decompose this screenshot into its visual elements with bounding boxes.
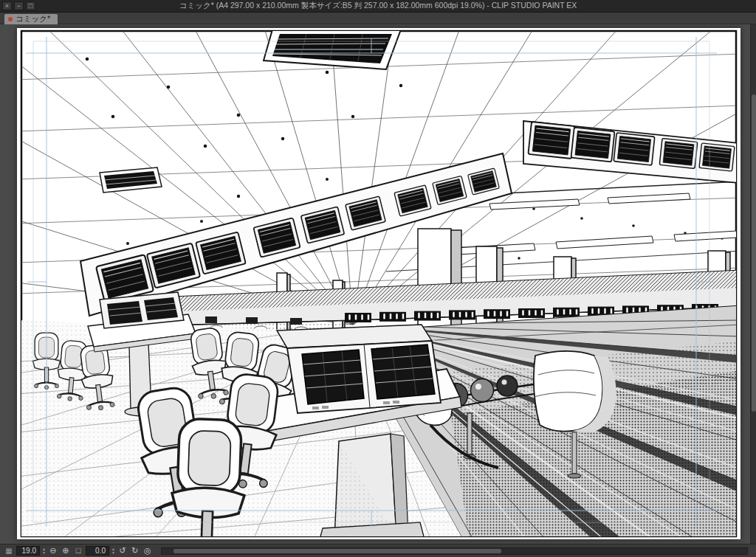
- fit-to-window-button[interactable]: □: [73, 546, 83, 556]
- document-tabbar: コミック*: [0, 13, 756, 24]
- zoom-stepper[interactable]: ▲ ▼: [42, 547, 46, 554]
- zoom-out-button[interactable]: ⊖: [48, 546, 58, 556]
- close-window-button[interactable]: ×: [2, 1, 12, 10]
- window-titlebar: × − □ コミック* (A4 297.00 x 210.00mm 製本サイズ:…: [0, 0, 756, 13]
- canvas-page[interactable]: [17, 28, 740, 539]
- tab-label: コミック*: [16, 14, 50, 24]
- rotate-ccw-button[interactable]: ↺: [117, 546, 128, 556]
- canvas-area[interactable]: [0, 24, 750, 544]
- rotation-stepper[interactable]: ▲ ▼: [111, 547, 115, 554]
- rotation-stepper-down-icon[interactable]: ▼: [111, 551, 115, 554]
- artwork-bowling-alley: [17, 28, 740, 539]
- rotate-cw-button[interactable]: ↻: [130, 546, 140, 556]
- zoom-value-field[interactable]: 19.0: [16, 546, 40, 556]
- zoom-stepper-down-icon[interactable]: ▼: [42, 551, 46, 554]
- minimize-window-button[interactable]: −: [14, 1, 24, 10]
- status-bar: ▦ 19.0 ▲ ▼ ⊖ ⊕ □ 0.0 ▲ ▼ ↺ ↻ ◎: [0, 544, 756, 557]
- horizontal-scrollbar[interactable]: [161, 547, 748, 555]
- maximize-window-button[interactable]: □: [26, 1, 35, 10]
- window-controls: × − □: [2, 1, 35, 10]
- navigator-icon[interactable]: ▦: [4, 547, 14, 555]
- tab-status-dot-icon: [8, 17, 13, 21]
- document-tab[interactable]: コミック*: [4, 14, 58, 24]
- reset-view-button[interactable]: ◎: [142, 546, 153, 556]
- zoom-in-button[interactable]: ⊕: [61, 546, 71, 556]
- horizontal-scrollbar-thumb[interactable]: [173, 549, 501, 553]
- window-title: コミック* (A4 297.00 x 210.00mm 製本サイズ:B5 判 2…: [179, 1, 577, 11]
- rotation-value-field[interactable]: 0.0: [86, 546, 109, 556]
- vertical-scrollbar-thumb[interactable]: [752, 94, 756, 412]
- vertical-scrollbar[interactable]: [750, 24, 756, 544]
